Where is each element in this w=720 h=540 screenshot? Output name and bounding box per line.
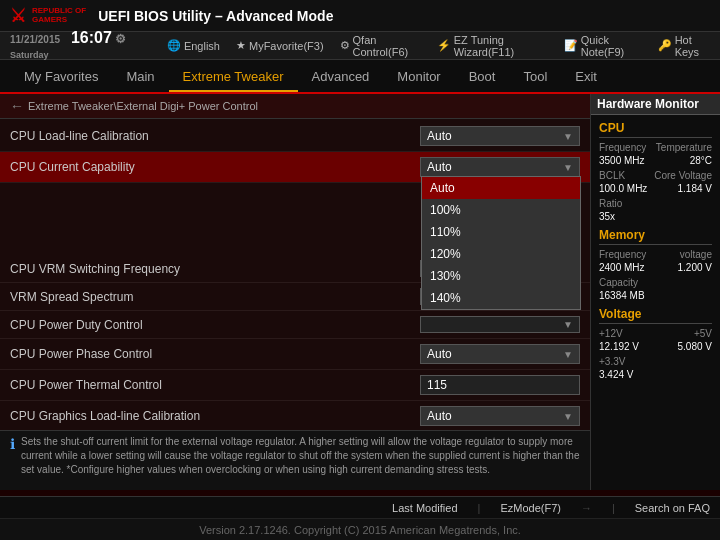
hw-capacity-value: 16384 MB: [599, 290, 645, 301]
hw-bclk-row: BCLK Core Voltage: [599, 170, 712, 181]
nav-boot[interactable]: Boot: [455, 63, 510, 90]
hw-cpu-freq-label: Frequency: [599, 142, 646, 153]
hw-monitor-title: Hardware Monitor: [591, 94, 720, 115]
search-faq-button[interactable]: Search on FAQ: [635, 502, 710, 514]
value-text: Auto: [427, 409, 452, 423]
value-text: 115: [427, 378, 447, 392]
dropdown-arrow-icon: ▼: [563, 131, 573, 142]
setting-value-gpu-loadline[interactable]: Auto ▼: [420, 406, 580, 426]
nav-my-favorites[interactable]: My Favorites: [10, 63, 112, 90]
hot-keys-button[interactable]: 🔑 Hot Keys: [658, 34, 710, 58]
setting-cpu-current-capability[interactable]: CPU Current Capability Auto ▼ Auto 100% …: [0, 152, 590, 183]
hw-mem-volt-value: 1.200 V: [678, 262, 712, 273]
day-display: Saturday: [10, 50, 49, 60]
version-bar: Version 2.17.1246. Copyright (C) 2015 Am…: [0, 518, 720, 540]
hw-v33-label: +3.3V: [599, 356, 625, 367]
nav-exit[interactable]: Exit: [561, 63, 611, 90]
ez-tuning-button[interactable]: ⚡ EZ Tuning Wizard(F11): [437, 34, 548, 58]
window-title: UEFI BIOS Utility – Advanced Mode: [98, 8, 333, 24]
hw-mem-values: 2400 MHz 1.200 V: [599, 262, 712, 273]
hw-v33-val-row: 3.424 V: [599, 369, 712, 380]
lightning-icon: ⚡: [437, 39, 451, 52]
logo-text: REPUBLIC OFGAMERS: [32, 7, 86, 25]
hw-cpu-freq-row: Frequency Temperature: [599, 142, 712, 153]
dropdown-option-130[interactable]: 130%: [422, 265, 580, 287]
globe-icon: 🌐: [167, 39, 181, 52]
rog-logo-icon: ⚔: [10, 5, 26, 27]
hw-bclk-label: BCLK: [599, 170, 625, 181]
hw-core-volt-value: 1.184 V: [678, 183, 712, 194]
myfavorite-label: MyFavorite(F3): [249, 40, 324, 52]
hardware-monitor-panel: Hardware Monitor CPU Frequency Temperatu…: [590, 94, 720, 490]
hw-v12-v5-labels: +12V +5V: [599, 328, 712, 339]
hw-mem-freq-label: Frequency: [599, 249, 646, 260]
ez-tuning-label: EZ Tuning Wizard(F11): [454, 34, 548, 58]
value-text: Auto: [427, 347, 452, 361]
setting-label-cpu-loadline: CPU Load-line Calibration: [10, 129, 420, 143]
hw-capacity-label: Capacity: [599, 277, 638, 288]
setting-label-cpu-thermal: CPU Power Thermal Control: [10, 378, 420, 392]
dropdown-option-110[interactable]: 110%: [422, 221, 580, 243]
dropdown-arrow-icon: ▼: [563, 349, 573, 360]
nav-extreme-tweaker[interactable]: Extreme Tweaker: [169, 63, 298, 92]
info-icon: ℹ: [10, 436, 15, 452]
hw-v5-label: +5V: [694, 328, 712, 339]
hw-v12-label: +12V: [599, 328, 623, 339]
logo-area: ⚔ REPUBLIC OFGAMERS: [10, 5, 86, 27]
hw-capacity-label-row: Capacity: [599, 277, 712, 288]
back-arrow-icon[interactable]: ←: [10, 98, 24, 114]
quick-note-button[interactable]: 📝 Quick Note(F9): [564, 34, 642, 58]
hw-ratio-value: 35x: [599, 211, 615, 222]
quick-note-label: Quick Note(F9): [581, 34, 642, 58]
setting-gpu-loadline[interactable]: CPU Graphics Load-line Calibration Auto …: [0, 401, 590, 432]
ez-mode-button[interactable]: EzMode(F7): [500, 502, 561, 514]
hw-mem-labels: Frequency voltage: [599, 249, 712, 260]
setting-value-cpu-thermal[interactable]: 115: [420, 375, 580, 395]
nav-advanced[interactable]: Advanced: [298, 63, 384, 90]
date-display: 11/21/2015: [10, 34, 60, 45]
info-footer: ℹ Sets the shut-off current limit for th…: [0, 430, 590, 490]
setting-value-cpu-power-phase[interactable]: Auto ▼: [420, 344, 580, 364]
setting-label-gpu-loadline: CPU Graphics Load-line Calibration: [10, 409, 420, 423]
nav-monitor[interactable]: Monitor: [383, 63, 454, 90]
setting-value-cpu-power-duty[interactable]: ▼: [420, 316, 580, 333]
hw-memory-section: Memory: [599, 228, 712, 245]
dropdown-option-auto[interactable]: Auto: [422, 177, 580, 199]
hw-v5-value: 5.080 V: [678, 341, 712, 352]
setting-label-cpu-power-duty: CPU Power Duty Control: [10, 318, 420, 332]
setting-cpu-power-duty[interactable]: CPU Power Duty Control ▼: [0, 311, 590, 339]
dropdown-option-140[interactable]: 140%: [422, 287, 580, 309]
qfan-button[interactable]: ⚙ Qfan Control(F6): [340, 34, 421, 58]
nav-tool[interactable]: Tool: [509, 63, 561, 90]
hot-keys-label: Hot Keys: [675, 34, 710, 58]
value-text: Auto: [427, 129, 452, 143]
hw-cpu-freq-value: 3500 MHz: [599, 155, 645, 166]
nav-main[interactable]: Main: [112, 63, 168, 90]
version-text: Version 2.17.1246. Copyright (C) 2015 Am…: [199, 524, 521, 536]
fan-icon: ⚙: [340, 39, 350, 52]
setting-label-cpu-current: CPU Current Capability: [10, 160, 420, 174]
last-modified-button[interactable]: Last Modified: [392, 502, 457, 514]
dropdown-option-100[interactable]: 100%: [422, 199, 580, 221]
info-text: Sets the shut-off current limit for the …: [21, 435, 580, 477]
setting-cpu-thermal-control[interactable]: CPU Power Thermal Control 115: [0, 370, 590, 401]
setting-value-cpu-current[interactable]: Auto ▼ Auto 100% 110% 120% 130% 140%: [420, 157, 580, 177]
setting-value-cpu-loadline[interactable]: Auto ▼: [420, 126, 580, 146]
dropdown-option-120[interactable]: 120%: [422, 243, 580, 265]
setting-label-cpu-power-phase: CPU Power Phase Control: [10, 347, 420, 361]
hw-v33-label-row: +3.3V: [599, 356, 712, 367]
datetime-display: 11/21/2015 16:07 ⚙ Saturday: [10, 29, 151, 62]
hw-mem-volt-label: voltage: [680, 249, 712, 260]
bottom-bar: Last Modified | EzMode(F7) → | Search on…: [0, 496, 720, 518]
dropdown-arrow-icon: ▼: [563, 411, 573, 422]
setting-cpu-loadline[interactable]: CPU Load-line Calibration Auto ▼: [0, 121, 590, 152]
hw-cpu-temp-label: Temperature: [656, 142, 712, 153]
setting-label-vrm-spread: VRM Spread Spectrum: [10, 290, 420, 304]
hw-cpu-section: CPU: [599, 121, 712, 138]
myfavorite-button[interactable]: ★ MyFavorite(F3): [236, 39, 324, 52]
language-selector[interactable]: 🌐 English: [167, 39, 220, 52]
setting-cpu-power-phase[interactable]: CPU Power Phase Control Auto ▼: [0, 339, 590, 370]
dropdown-menu: Auto 100% 110% 120% 130% 140%: [421, 176, 581, 310]
setting-label-cpu-vrm-switching: CPU VRM Switching Frequency: [10, 262, 420, 276]
note-icon: 📝: [564, 39, 578, 52]
